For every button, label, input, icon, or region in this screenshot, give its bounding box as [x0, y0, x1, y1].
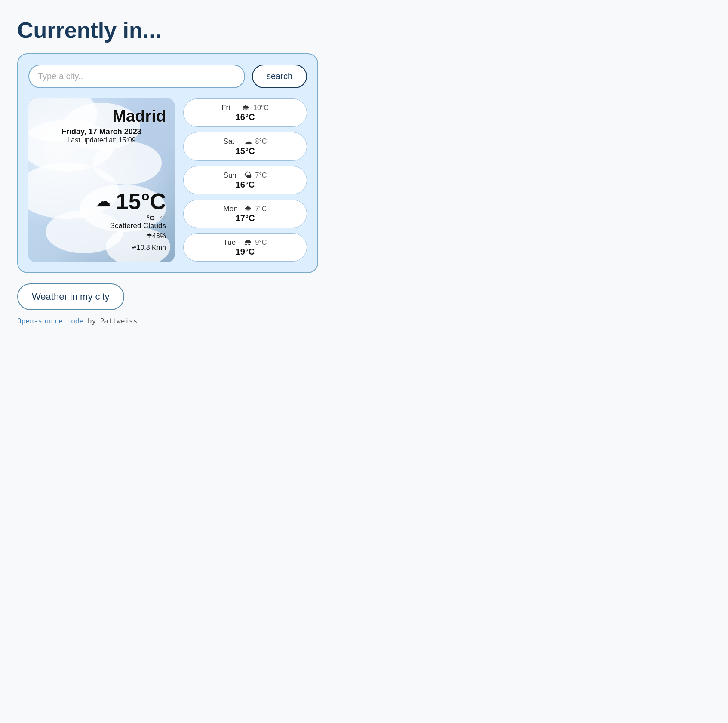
forecast-item: Fri 🌧 10°C 16°C [183, 98, 307, 127]
my-city-button[interactable]: Weather in my city [17, 283, 124, 310]
main-card: search Madrid Friday, 17 Mar [17, 53, 318, 273]
footer: Open-source code by Pattweiss [17, 317, 318, 325]
forecast-icon: 🌧 [242, 103, 250, 112]
content-row: Madrid Friday, 17 March 2023 Last update… [28, 98, 307, 262]
last-updated: Last updated at: 15:09 [37, 136, 166, 144]
footer-author: by Pattweiss [83, 317, 137, 325]
forecast-icon: 🌤 [244, 171, 252, 180]
forecast-low: 10°C [253, 104, 269, 112]
main-temperature: 15°C [116, 188, 166, 214]
forecast-low: 7°C [255, 205, 267, 213]
precipitation-row: ☂43% [37, 230, 166, 242]
forecast-high: 15°C [236, 146, 255, 156]
forecast-item: Sun 🌤 7°C 16°C [183, 166, 307, 194]
forecast-high: 17°C [236, 213, 255, 223]
forecast-low: 8°C [255, 138, 267, 145]
forecast-day: Fri [221, 104, 239, 112]
umbrella-icon: ☂ [146, 232, 152, 240]
forecast-day: Mon [224, 205, 241, 213]
forecast-icon: 🌧 [244, 238, 252, 247]
search-row: search [28, 65, 307, 88]
forecast-low: 9°C [255, 239, 267, 246]
forecast-column: Fri 🌧 10°C 16°C Sat ☁ 8°C 15°C Sun 🌤 7°C… [183, 98, 307, 262]
precipitation-value: 43% [152, 232, 166, 240]
celsius-unit[interactable]: °C [147, 214, 154, 222]
wind-value: 10.8 Kmh [137, 244, 166, 251]
weather-condition: Scattered Clouds [37, 222, 166, 230]
bottom-row: Weather in my city [17, 283, 318, 310]
forecast-high: 19°C [236, 247, 255, 257]
cloud-icon: ☁ [95, 192, 111, 210]
forecast-item: Sat ☁ 8°C 15°C [183, 132, 307, 161]
fahrenheit-unit[interactable]: °F [160, 214, 166, 222]
forecast-day: Tue [224, 238, 241, 247]
date-info: Friday, 17 March 2023 Last updated at: 1… [37, 127, 166, 144]
forecast-high: 16°C [236, 112, 255, 122]
temp-row: ☁ 15°C [37, 188, 166, 214]
unit-toggle: °C | °F [37, 214, 166, 222]
forecast-item: Mon 🌧 7°C 17°C [183, 200, 307, 228]
city-search-input[interactable] [28, 65, 245, 88]
weather-card: Madrid Friday, 17 March 2023 Last update… [28, 98, 175, 262]
forecast-icon: 🌧 [244, 204, 252, 213]
weather-date: Friday, 17 March 2023 [37, 127, 166, 136]
forecast-low: 7°C [255, 172, 267, 179]
footer-text: Open-source code by Pattweiss [17, 317, 137, 325]
forecast-item: Tue 🌧 9°C 19°C [183, 233, 307, 262]
wind-row: ≋10.8 Kmh [37, 242, 166, 253]
open-source-link[interactable]: Open-source code [17, 317, 83, 325]
unit-separator: | [156, 214, 160, 222]
search-button[interactable]: search [252, 65, 307, 88]
page-title: Currently in... [17, 17, 318, 43]
forecast-icon: ☁ [244, 137, 252, 146]
forecast-high: 16°C [236, 180, 255, 190]
forecast-day: Sun [224, 171, 241, 180]
forecast-day: Sat [224, 137, 241, 146]
wind-icon: ≋ [131, 244, 137, 251]
weather-content: Madrid Friday, 17 March 2023 Last update… [28, 98, 175, 262]
city-name: Madrid [37, 107, 166, 126]
weather-details: ☂43% ≋10.8 Kmh [37, 230, 166, 253]
